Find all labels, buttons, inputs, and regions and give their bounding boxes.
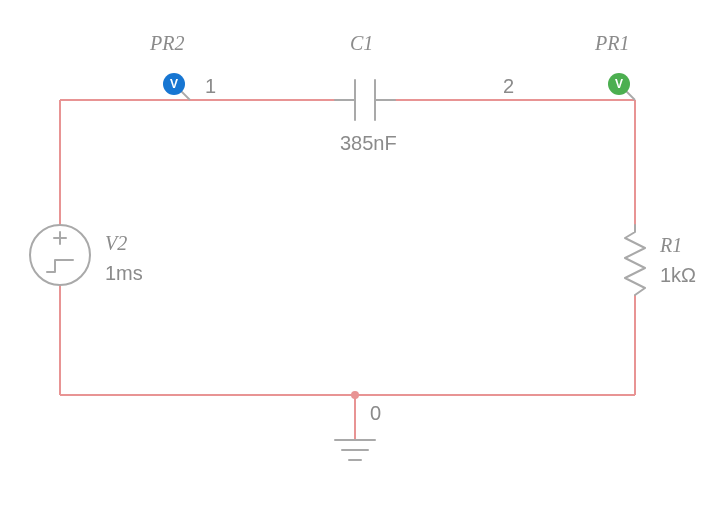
res-value: 1kΩ bbox=[660, 264, 696, 286]
component-voltage-source[interactable] bbox=[30, 225, 90, 285]
probe-pr1-ref: PR1 bbox=[594, 32, 629, 54]
schematic-canvas: 0 V2 1ms C1 385nF R1 1kΩ 1 2 V PR2 V bbox=[0, 0, 715, 510]
component-resistor[interactable] bbox=[625, 225, 645, 295]
node-label-1: 1 bbox=[205, 75, 216, 97]
probe-pr2-ref: PR2 bbox=[149, 32, 184, 54]
res-ref: R1 bbox=[659, 234, 682, 256]
voltage-probe-icon: V bbox=[615, 77, 623, 91]
svg-point-8 bbox=[351, 391, 359, 399]
source-ref: V2 bbox=[105, 232, 127, 254]
source-value: 1ms bbox=[105, 262, 143, 284]
voltage-probe-icon: V bbox=[170, 77, 178, 91]
node-label-0: 0 bbox=[370, 402, 381, 424]
cap-value: 385nF bbox=[340, 132, 397, 154]
probe-pr1[interactable]: V bbox=[608, 73, 635, 100]
node-label-2: 2 bbox=[503, 75, 514, 97]
component-capacitor[interactable] bbox=[335, 80, 395, 120]
probe-pr2[interactable]: V bbox=[163, 73, 190, 100]
cap-ref: C1 bbox=[350, 32, 373, 54]
ground-symbol bbox=[335, 440, 375, 460]
